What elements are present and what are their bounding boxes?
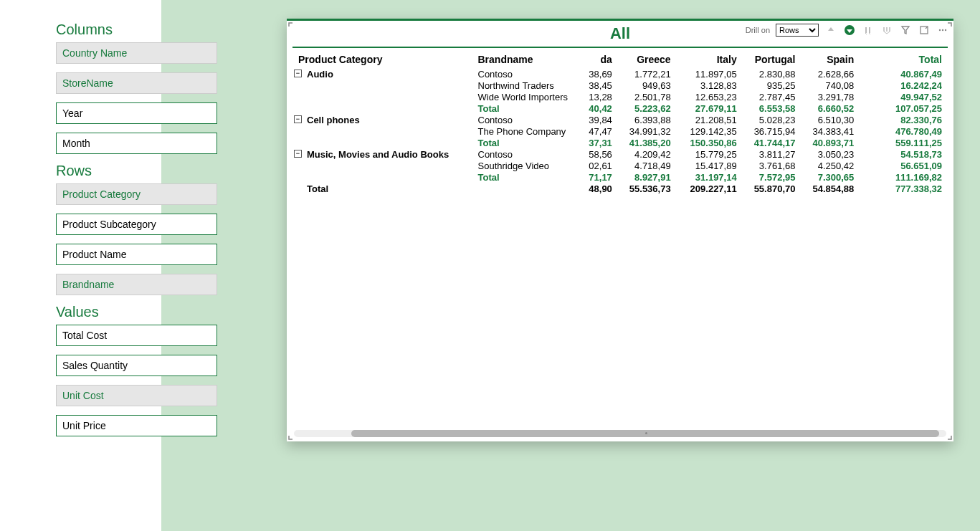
table-row[interactable]: The Phone Company47,4734.991,32129.142,3… (294, 125, 946, 137)
cell-italy: 11.897,05 (675, 68, 741, 80)
cell-portugal: 6.553,58 (741, 102, 800, 114)
brand-label: Northwind Traders (474, 80, 584, 91)
col-greece[interactable]: Greece (617, 51, 675, 68)
field-month[interactable]: Month (56, 133, 217, 154)
brand-label: Total (474, 102, 584, 114)
cell-italy: 150.350,86 (675, 137, 741, 148)
cell-greece: 55.536,73 (617, 183, 675, 194)
table-row[interactable]: Wide World Importers13,282.501,7812.653,… (294, 91, 946, 102)
col-da[interactable]: da (584, 51, 617, 68)
cell-total: 476.780,49 (858, 125, 946, 137)
horizontal-scrollbar[interactable] (294, 430, 946, 437)
rows-section-title: Rows (56, 163, 161, 179)
table-row[interactable]: Total48,9055.536,73209.227,1155.870,7054… (294, 183, 946, 194)
columns-section-title: Columns (56, 21, 161, 38)
matrix-body: Product Category Brandname da Greece Ita… (287, 48, 953, 194)
table-row[interactable]: −Cell phonesContoso39,846.393,8821.208,5… (294, 114, 946, 125)
col-total[interactable]: Total (858, 51, 946, 68)
field-country-name[interactable]: Country Name (56, 42, 217, 64)
cell-spain: 6.510,30 (799, 114, 858, 125)
cell-da: 47,47 (584, 125, 617, 137)
cell-spain: 6.660,52 (799, 102, 858, 114)
brand-label (474, 183, 584, 194)
field-brandname[interactable]: Brandname (56, 274, 217, 295)
more-options-icon[interactable] (936, 24, 949, 37)
cell-portugal: 36.715,94 (741, 125, 800, 137)
col-italy[interactable]: Italy (675, 51, 741, 68)
field-unit-cost[interactable]: Unit Cost (56, 385, 217, 406)
cell-total: 107.057,25 (858, 102, 946, 114)
cell-portugal: 2.830,88 (741, 68, 800, 80)
field-storename[interactable]: StoreName (56, 72, 217, 94)
cell-portugal: 2.787,45 (741, 91, 800, 102)
table-row[interactable]: −AudioContoso38,691.772,2111.897,052.830… (294, 68, 946, 80)
field-well-panel: Columns Country NameStoreNameYearMonth R… (0, 0, 161, 531)
cell-greece: 4.718,49 (617, 160, 675, 171)
cell-italy: 15.779,25 (675, 148, 741, 160)
drill-up-icon[interactable] (824, 24, 837, 37)
field-sales-quantity[interactable]: Sales Quantity (56, 355, 217, 376)
cell-spain: 3.291,78 (799, 91, 858, 102)
col-product-category[interactable]: Product Category (294, 51, 474, 68)
horizontal-scrollbar-thumb[interactable] (351, 430, 939, 437)
matrix-visual[interactable]: All Drill on Rows (287, 19, 953, 441)
cell-greece: 4.209,42 (617, 148, 675, 160)
cell-spain: 54.854,88 (799, 183, 858, 194)
cell-da: 40,42 (584, 102, 617, 114)
cell-spain: 2.628,66 (799, 68, 858, 80)
cell-greece: 1.772,21 (617, 68, 675, 80)
col-portugal[interactable]: Portugal (741, 51, 800, 68)
cell-total: 111.169,82 (858, 171, 946, 183)
collapse-toggle-icon[interactable]: − (294, 150, 302, 158)
cell-italy: 21.208,51 (675, 114, 741, 125)
cell-total: 40.867,49 (858, 68, 946, 80)
cell-total: 559.111,25 (858, 137, 946, 148)
collapse-toggle-icon[interactable]: − (294, 115, 302, 123)
table-row[interactable]: Total40,425.223,6227.679,116.553,586.660… (294, 102, 946, 114)
cell-da: 71,17 (584, 171, 617, 183)
drill-on-select[interactable]: Rows (776, 24, 819, 37)
cell-portugal: 41.744,17 (741, 137, 800, 148)
cell-italy: 129.142,35 (675, 125, 741, 137)
cell-total: 16.242,24 (858, 80, 946, 91)
expand-next-level-icon[interactable] (862, 24, 875, 37)
drill-down-icon[interactable] (843, 24, 856, 37)
brand-label: Southridge Video (474, 160, 584, 171)
table-row[interactable]: Northwind Traders38,45949,633.128,83935,… (294, 80, 946, 91)
col-brandname[interactable]: Brandname (474, 51, 584, 68)
expand-all-icon[interactable] (880, 24, 893, 37)
cell-portugal: 7.572,95 (741, 171, 800, 183)
field-product-subcategory[interactable]: Product Subcategory (56, 214, 217, 235)
matrix-header-row: Product Category Brandname da Greece Ita… (294, 51, 946, 68)
cell-spain: 740,08 (799, 80, 858, 91)
table-row[interactable]: Southridge Video02,614.718,4915.417,893.… (294, 160, 946, 171)
cell-spain: 4.250,42 (799, 160, 858, 171)
filter-icon[interactable] (899, 24, 912, 37)
table-row[interactable]: −Music, Movies and Audio BooksContoso58,… (294, 148, 946, 160)
cell-italy: 209.227,11 (675, 183, 741, 194)
cell-greece: 6.393,88 (617, 114, 675, 125)
cell-spain: 7.300,65 (799, 171, 858, 183)
cell-italy: 3.128,83 (675, 80, 741, 91)
field-product-category[interactable]: Product Category (56, 183, 217, 205)
col-spain[interactable]: Spain (799, 51, 858, 68)
cell-portugal: 3.761,68 (741, 160, 800, 171)
matrix-table: Product Category Brandname da Greece Ita… (294, 51, 946, 194)
table-row[interactable]: Total37,3141.385,20150.350,8641.744,1740… (294, 137, 946, 148)
cell-da: 39,84 (584, 114, 617, 125)
values-section-title: Values (56, 304, 161, 320)
collapse-toggle-icon[interactable]: − (294, 70, 302, 77)
field-unit-price[interactable]: Unit Price (56, 415, 217, 436)
focus-mode-icon[interactable] (918, 24, 931, 37)
table-row[interactable]: Total71,178.927,9131.197,147.572,957.300… (294, 171, 946, 183)
cell-greece: 949,63 (617, 80, 675, 91)
field-product-name[interactable]: Product Name (56, 244, 217, 265)
matrix-title: All (610, 24, 630, 43)
category-label: Cell phones (307, 115, 360, 125)
field-year[interactable]: Year (56, 102, 217, 124)
brand-label: Contoso (474, 68, 584, 80)
cell-portugal: 5.028,23 (741, 114, 800, 125)
brand-label: The Phone Company (474, 125, 584, 137)
cell-da: 48,90 (584, 183, 617, 194)
field-total-cost[interactable]: Total Cost (56, 325, 217, 346)
